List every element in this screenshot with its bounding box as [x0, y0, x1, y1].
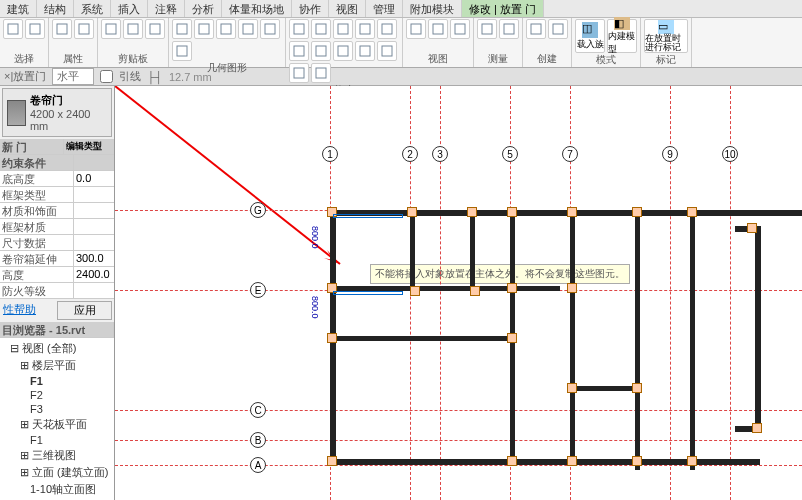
tree-node[interactable]: F2: [2, 388, 112, 402]
orient-dropdown[interactable]: 水平: [52, 68, 94, 85]
ribbon-btn-5-2[interactable]: [450, 19, 470, 39]
ribbon-btn-0-1[interactable]: [25, 19, 45, 39]
tree-node[interactable]: ⊞ 天花板平面: [2, 416, 112, 433]
wall[interactable]: [470, 210, 475, 290]
grid-bubble[interactable]: 2: [402, 146, 418, 162]
wall[interactable]: [510, 210, 515, 340]
wall[interactable]: [510, 336, 515, 466]
ribbon-btn-6-0[interactable]: [477, 19, 497, 39]
prop-value[interactable]: [74, 283, 114, 298]
tree-node[interactable]: ⊞ 三维视图: [2, 447, 112, 464]
tab-4[interactable]: 注释: [148, 0, 185, 17]
prop-value[interactable]: [74, 219, 114, 234]
wall[interactable]: [570, 286, 575, 466]
wall[interactable]: [410, 210, 415, 290]
tab-10[interactable]: 附加模块: [403, 0, 462, 17]
prop-value[interactable]: 300.0: [74, 251, 114, 266]
ribbon-btn-6-1[interactable]: [499, 19, 519, 39]
ribbon-btn-4-0[interactable]: [289, 19, 309, 39]
dimension-text[interactable]: 800.0: [310, 226, 320, 249]
grid-bubble[interactable]: B: [250, 432, 266, 448]
ribbon-btn-4-3[interactable]: [355, 19, 375, 39]
grid-bubble[interactable]: 3: [432, 146, 448, 162]
ribbon-btn-4-9[interactable]: [377, 41, 397, 61]
ribbon-btn-4-10[interactable]: [289, 63, 309, 83]
grid-bubble[interactable]: 1: [322, 146, 338, 162]
grid-bubble[interactable]: C: [250, 402, 266, 418]
grid-bubble[interactable]: 5: [502, 146, 518, 162]
tab-7[interactable]: 协作: [292, 0, 329, 17]
prop-value[interactable]: [74, 203, 114, 218]
ribbon-btn-3-5[interactable]: [172, 41, 192, 61]
prop-value[interactable]: [74, 235, 114, 250]
tag-on-place-button[interactable]: ▭在放置时进行标记: [644, 19, 688, 53]
leader-checkbox[interactable]: [100, 70, 113, 83]
ribbon-btn-1-0[interactable]: [52, 19, 72, 39]
tree-node[interactable]: F1: [2, 433, 112, 447]
grid-bubble[interactable]: A: [250, 457, 266, 473]
wall[interactable]: [570, 386, 640, 391]
ribbon-btn-3-0[interactable]: [172, 19, 192, 39]
ribbon-btn-4-6[interactable]: [311, 41, 331, 61]
project-browser[interactable]: ⊟ 视图 (全部)⊞ 楼层平面F1F2F3⊞ 天花板平面F1⊞ 三维视图⊞ 立面…: [0, 338, 114, 500]
ribbon-btn-5-0[interactable]: [406, 19, 426, 39]
wall[interactable]: [635, 210, 640, 470]
ribbon-btn-4-11[interactable]: [311, 63, 331, 83]
tab-5[interactable]: 分析: [185, 0, 222, 17]
ribbon-btn-4-8[interactable]: [355, 41, 375, 61]
ribbon-btn-4-4[interactable]: [377, 19, 397, 39]
ribbon-btn-5-1[interactable]: [428, 19, 448, 39]
tab-1[interactable]: 结构: [37, 0, 74, 17]
edit-type-button[interactable]: 编辑类型: [64, 139, 114, 154]
type-selector[interactable]: 卷帘门 4200 x 2400 mm: [2, 88, 112, 137]
tree-node[interactable]: ⊞ 楼层平面: [2, 357, 112, 374]
ribbon-btn-3-4[interactable]: [260, 19, 280, 39]
ribbon-btn-4-2[interactable]: [333, 19, 353, 39]
tree-root[interactable]: ⊟ 视图 (全部): [2, 340, 112, 357]
tab-9[interactable]: 管理: [366, 0, 403, 17]
svg-rect-6: [150, 24, 160, 34]
ribbon-btn-3-1[interactable]: [194, 19, 214, 39]
grid-bubble[interactable]: 10: [722, 146, 738, 162]
ribbon-btn-4-7[interactable]: [333, 41, 353, 61]
ribbon-btn-2-1[interactable]: [123, 19, 143, 39]
tab-11[interactable]: 修改 | 放置 门: [462, 0, 544, 17]
grid-bubble[interactable]: 9: [662, 146, 678, 162]
ribbon-btn-7-1[interactable]: [548, 19, 568, 39]
grid-bubble[interactable]: G: [250, 202, 266, 218]
wall[interactable]: [330, 336, 510, 341]
ribbon-btn-3-2[interactable]: [216, 19, 236, 39]
tab-6[interactable]: 体量和场地: [222, 0, 292, 17]
wall[interactable]: [570, 210, 575, 290]
ribbon-btn-3-3[interactable]: [238, 19, 258, 39]
tree-node[interactable]: F1: [2, 374, 112, 388]
ribbon-btn-2-0[interactable]: [101, 19, 121, 39]
load-family-button[interactable]: ◫载入族: [575, 19, 605, 53]
prop-value[interactable]: 2400.0: [74, 267, 114, 282]
inplace-button[interactable]: ◧内建模型: [607, 19, 637, 53]
tab-0[interactable]: 建筑: [0, 0, 37, 17]
ribbon-btn-1-1[interactable]: [74, 19, 94, 39]
apply-button[interactable]: 应用: [57, 301, 112, 320]
ribbon-btn-2-2[interactable]: [145, 19, 165, 39]
tab-8[interactable]: 视图: [329, 0, 366, 17]
wall[interactable]: [690, 210, 695, 470]
grid-bubble[interactable]: 7: [562, 146, 578, 162]
ribbon-btn-7-0[interactable]: [526, 19, 546, 39]
drawing-canvas[interactable]: 不能将插入对象放置在主体之外。将不会复制这些图元。 12357910GECBA8…: [115, 86, 802, 500]
tab-3[interactable]: 插入: [111, 0, 148, 17]
grid-bubble[interactable]: E: [250, 282, 266, 298]
ribbon-btn-4-5[interactable]: [289, 41, 309, 61]
prop-value[interactable]: [74, 187, 114, 202]
wall[interactable]: [755, 226, 761, 426]
ribbon-btn-4-1[interactable]: [311, 19, 331, 39]
offset-value[interactable]: 12.7 mm: [169, 71, 212, 83]
ribbon-btn-0-0[interactable]: [3, 19, 23, 39]
prop-value[interactable]: 0.0: [74, 171, 114, 186]
tab-2[interactable]: 系统: [74, 0, 111, 17]
tree-node[interactable]: F3: [2, 402, 112, 416]
help-link[interactable]: 性帮助: [2, 301, 55, 320]
dimension-text[interactable]: 800.0: [310, 296, 320, 319]
tree-node[interactable]: ⊞ 立面 (建筑立面): [2, 464, 112, 481]
tree-node[interactable]: 1-10轴立面图: [2, 481, 112, 498]
